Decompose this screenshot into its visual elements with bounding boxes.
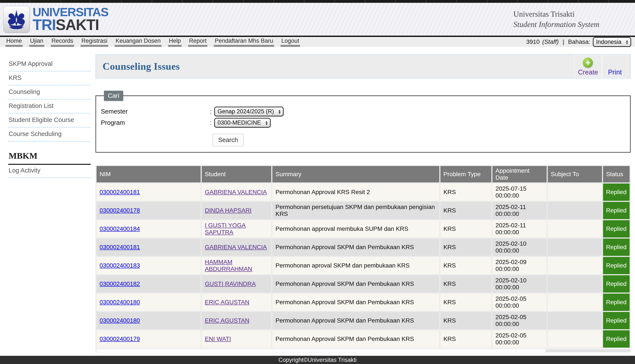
nim-cell: 030002400181 — [97, 238, 201, 256]
footer: Copyright©Universitas Trisakti — [0, 356, 635, 364]
print-button[interactable]: Print — [608, 68, 622, 76]
status-badge: Replied — [603, 275, 629, 292]
nim-cell: 030002400179 — [97, 330, 201, 348]
student-link[interactable]: I GUSTI YOGA SAPUTRA — [205, 222, 246, 236]
brand-trisakti: TRISAKTI — [33, 18, 108, 32]
appointment-date-cell: 2025-02-0500:00:00 — [492, 294, 547, 311]
nav-underline — [281, 45, 300, 47]
page-actions: + Create Print — [574, 55, 628, 78]
nim-link[interactable]: 030002400178 — [100, 207, 140, 214]
program-select[interactable]: 0300-MEDICINE ▴▾ — [214, 118, 271, 128]
university-logo — [3, 6, 30, 32]
student-cell: ERIC AGUSTAN — [202, 294, 271, 311]
status-badge: Replied — [603, 184, 629, 201]
create-action[interactable]: + Create — [574, 55, 602, 78]
student-cell: I GUSTI YOGA SAPUTRA — [202, 220, 271, 238]
content-area: SKPM Approval KRS Counseling Registratio… — [0, 47, 635, 352]
print-action[interactable]: Print — [602, 55, 628, 78]
nim-link[interactable]: 030002400181 — [100, 244, 140, 250]
student-link[interactable]: GABRIENA VALENCIA — [205, 244, 267, 250]
nav-report[interactable]: Report — [188, 37, 207, 47]
nav-registrasi[interactable]: Registrasi — [81, 37, 108, 47]
appointment-date-cell: 2025-02-0500:00:00 — [492, 330, 547, 348]
nim-link[interactable]: 030002400184 — [100, 226, 140, 232]
separator: | — [563, 38, 564, 45]
title-panel: Counseling Issues + Create Print — [96, 54, 631, 78]
sidebar-item-course-scheduling[interactable]: Course Scheduling — [8, 128, 91, 142]
status-badge: Replied — [603, 202, 629, 219]
create-plus-icon[interactable]: + — [583, 58, 593, 68]
program-label: Program — [101, 119, 210, 126]
student-link[interactable]: ERIC AGUSTAN — [205, 299, 249, 306]
sidebar-item-student-eligible-course[interactable]: Student Eligible Course — [8, 114, 91, 128]
nav-help[interactable]: Help — [168, 37, 182, 47]
nav-home[interactable]: Home — [6, 37, 23, 47]
language-value: Indonesia — [596, 39, 621, 45]
sidebar-item-log-activity[interactable]: Log Activity — [8, 165, 91, 178]
create-button[interactable]: Create — [578, 68, 598, 76]
subject-to-cell — [548, 294, 602, 311]
table-header-row: NIMStudentSummaryProblem TypeAppointment… — [97, 166, 629, 182]
appointment-date-cell: 2025-02-1000:00:00 — [492, 238, 547, 256]
nim-link[interactable]: 030002400179 — [100, 336, 140, 342]
summary-cell: Permohonan Approval SKPM dan Pembukaan K… — [272, 275, 439, 292]
subject-to-cell — [548, 312, 602, 329]
nim-link[interactable]: 030002400181 — [100, 189, 140, 196]
column-header: Summary — [272, 166, 439, 182]
nim-cell: 030002400183 — [97, 257, 201, 274]
student-link[interactable]: HAMMAM ABDURRAHMAN — [205, 259, 252, 272]
appointment-date-cell: 2025-02-1100:00:00 — [492, 202, 547, 219]
nav-logout[interactable]: Logout — [281, 37, 300, 47]
scrollbar-thumb[interactable] — [96, 349, 546, 352]
nav-label: Records — [51, 37, 74, 44]
student-link[interactable]: ENI WATI — [205, 336, 231, 342]
student-cell: GABRIENA VALENCIA — [202, 184, 271, 201]
main-panel: Counseling Issues + Create Print Cari Se… — [96, 54, 631, 352]
nav-ujian[interactable]: Ujian — [29, 37, 44, 47]
subject-to-cell — [548, 202, 602, 219]
sidebar-item-skpm-approval[interactable]: SKPM Approval — [8, 58, 91, 72]
trisakti-crest-icon — [6, 9, 27, 30]
nav-pendaftaran-mhs-baru[interactable]: Pendaftaran Mhs Baru — [214, 37, 274, 47]
appointment-date-cell: 2025-02-0500:00:00 — [492, 312, 547, 329]
subject-to-cell — [548, 220, 602, 238]
nim-link[interactable]: 030002400183 — [100, 262, 140, 269]
time: 00:00:00 — [495, 302, 544, 309]
colon: : — [210, 108, 212, 115]
student-link[interactable]: ERIC AGUSTAN — [205, 317, 249, 324]
language-select[interactable]: Indonesia ▴▾ — [593, 37, 631, 47]
sidebar-item-counseling[interactable]: Counseling — [8, 86, 91, 100]
semester-row: Semester : Genap 2024/2025 (R) ▴▾ — [101, 107, 626, 116]
app-header: UNIVERSITAS TRISAKTI Universitas Trisakt… — [0, 3, 635, 37]
student-link[interactable]: DINDA HAPSARI — [205, 207, 251, 214]
time: 00:00:00 — [495, 320, 544, 328]
semester-select[interactable]: Genap 2024/2025 (R) ▴▾ — [214, 107, 284, 116]
summary-cell: Permohonan Approval SKPM dan Pembukaan K… — [272, 330, 439, 348]
search-button[interactable]: Search — [213, 134, 244, 146]
problem-type-cell: KRS — [440, 202, 491, 219]
status-badge: Replied — [603, 330, 629, 348]
sidebar-item-krs[interactable]: KRS — [8, 72, 91, 86]
nav-label: Report — [188, 37, 207, 44]
problem-type-cell: KRS — [440, 294, 491, 311]
date: 2025-02-05 — [495, 295, 544, 302]
nav-label: Home — [6, 37, 23, 44]
sidebar-item-registration-list[interactable]: Registration List — [8, 100, 91, 114]
nim-link[interactable]: 030002400180 — [100, 317, 140, 324]
nav-label: Keuangan Dosen — [115, 37, 162, 44]
subject-to-cell — [548, 238, 602, 256]
student-link[interactable]: GUSTI RAVINDRA — [205, 280, 256, 287]
program-row: Program : 0300-MEDICINE ▴▾ — [101, 118, 626, 128]
nim-link[interactable]: 030002400180 — [100, 299, 140, 306]
nav-records[interactable]: Records — [51, 37, 74, 47]
summary-cell: Permohonan aproval SKPM dan pembukaan KR… — [272, 257, 439, 274]
user-id: 3910 — [526, 38, 539, 45]
horizontal-scrollbar[interactable] — [96, 349, 631, 352]
nim-cell: 030002400180 — [97, 294, 201, 311]
nim-link[interactable]: 030002400182 — [100, 280, 140, 287]
summary-cell: Permohonan persetujuan SKPM dan pembukaa… — [272, 202, 439, 219]
nav-user-area: 3910 (Staff) | Bahasa: Indonesia ▴▾ — [526, 37, 631, 47]
nav-keuangan-dosen[interactable]: Keuangan Dosen — [115, 37, 162, 47]
student-link[interactable]: GABRIENA VALENCIA — [205, 189, 267, 196]
table-row: 030002400180ERIC AGUSTANPermohonan Appro… — [97, 312, 629, 329]
